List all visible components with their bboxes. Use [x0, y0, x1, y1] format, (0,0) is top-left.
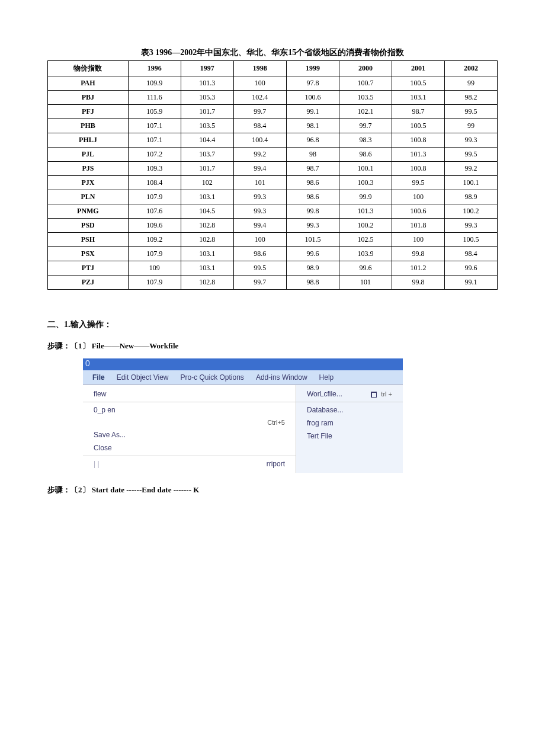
cell: 99.9 [339, 190, 392, 204]
menu-item-open[interactable]: 0_p en [83, 403, 296, 417]
eviews-menu-screenshot: 0 File Edit Object View Pro-c Quick Opti… [83, 358, 403, 473]
col-header: 1999 [286, 61, 339, 76]
cell: 104.4 [181, 133, 233, 148]
submenu-item-program[interactable]: frog ram [296, 417, 403, 430]
cell: 99.8 [286, 204, 339, 219]
cell: 100.3 [339, 176, 392, 190]
table-row: PLN107.9103.199.398.699.910098.9 [48, 190, 498, 204]
cell: 99.3 [233, 190, 286, 204]
cell: 107.1 [128, 119, 181, 133]
step-prefix: 步骤：〔2〕 [47, 485, 90, 494]
step-text: Start date ------End date ------- K [92, 485, 200, 494]
cell: 103.1 [181, 190, 233, 204]
cell: 102 [181, 176, 233, 190]
cell: 99 [444, 119, 497, 133]
step-text: File——New——Workfile [92, 341, 179, 350]
vertical-bars-icon: | | [94, 460, 100, 468]
cell: 100.6 [286, 91, 339, 105]
cell: 100.5 [392, 119, 444, 133]
window-titlebar: 0 [83, 358, 403, 370]
menu-file[interactable]: File [88, 373, 110, 382]
menu-item-shortcut[interactable]: Ctrl+5 [83, 417, 296, 428]
col-header: 1998 [233, 61, 286, 76]
section-heading: 二、1.输入操作： [47, 319, 498, 330]
cell: 99.7 [339, 119, 392, 133]
table-row: PAH109.9101.310097.8100.7100.599 [48, 76, 498, 91]
menu-item-label: Tert File [307, 432, 332, 440]
cell: 98.9 [286, 261, 339, 276]
cell: 96.8 [286, 133, 339, 148]
menu-item-close[interactable]: Close [83, 441, 296, 456]
row-label: PBJ [48, 91, 129, 105]
cell: 107.6 [128, 204, 181, 219]
cell: 99.1 [286, 105, 339, 119]
cell: 104.5 [181, 204, 233, 219]
menu-item-import[interactable]: | | rriport [83, 457, 296, 470]
table-row: PZJ107.9102.899.798.810199.899.1 [48, 276, 498, 290]
menu-proc-quick-options[interactable]: Pro-c Quick Options [176, 373, 249, 382]
table-row: PSH109.2102.8100101.5102.5100100.5 [48, 233, 498, 247]
new-submenu: WorLcfile... trl + Database... frog ram … [296, 385, 403, 473]
cell: 99.7 [233, 105, 286, 119]
cell: 103.1 [181, 261, 233, 276]
cell: 107.9 [128, 276, 181, 290]
step-1: 步骤：〔1〕 File——New——Workfile [47, 341, 498, 351]
menu-shortcut: Ctrl+5 [267, 419, 285, 426]
table-row: PSX107.9103.198.699.6103.999.898.4 [48, 247, 498, 261]
submenu-item-workfile[interactable]: WorLcfile... trl + [296, 387, 403, 402]
cell: 103.1 [392, 91, 444, 105]
row-label: PTJ [48, 261, 129, 276]
cell: 109.2 [128, 233, 181, 247]
cell: 100.2 [444, 204, 497, 219]
cell: 100 [392, 190, 444, 204]
menu-help[interactable]: Help [315, 373, 339, 382]
submenu-item-database[interactable]: Database... [296, 403, 403, 417]
cell: 101.3 [181, 76, 233, 91]
cell: 103.5 [339, 91, 392, 105]
cell: 105.9 [128, 105, 181, 119]
cell: 101 [233, 176, 286, 190]
menu-shortcut: trl + [381, 390, 392, 398]
menu-item-new[interactable]: flew [83, 387, 296, 402]
col-header: 物价指数 [48, 61, 129, 76]
cell: 99.1 [444, 276, 497, 290]
cell: 100 [233, 76, 286, 91]
menu-edit-object-view[interactable]: Edit Object View [112, 373, 174, 382]
cell: 97.8 [286, 76, 339, 91]
cell: 101.5 [286, 233, 339, 247]
cell: 101.3 [392, 148, 444, 162]
menu-item-label: flew [94, 390, 106, 398]
submenu-item-textfile[interactable]: Tert File [296, 430, 403, 443]
cell: 100.1 [339, 162, 392, 176]
cell: 109 [128, 261, 181, 276]
cell: 102.8 [181, 276, 233, 290]
cell: 100.4 [233, 133, 286, 148]
cell: 102.8 [181, 219, 233, 233]
row-label: PLN [48, 190, 129, 204]
cell: 107.9 [128, 190, 181, 204]
menu-addins-window[interactable]: Add-ins Window [251, 373, 312, 382]
menu-item-label: Close [94, 444, 112, 452]
col-header: 1996 [128, 61, 181, 76]
cell: 98.6 [286, 190, 339, 204]
file-menu-dropdown: flew 0_p en Ctrl+5 Save As... Close | | … [83, 385, 296, 473]
cell: 109.6 [128, 219, 181, 233]
cell: 107.9 [128, 247, 181, 261]
cell: 103.7 [181, 148, 233, 162]
menu-item-save-as[interactable]: Save As... [83, 428, 296, 441]
cell: 100.2 [339, 219, 392, 233]
cell: 99.5 [444, 105, 497, 119]
row-label: PSX [48, 247, 129, 261]
cell: 99.6 [286, 247, 339, 261]
row-label: PHB [48, 119, 129, 133]
cell: 103.1 [181, 247, 233, 261]
cell: 100.7 [339, 76, 392, 91]
cell: 99.8 [392, 276, 444, 290]
cell: 99.2 [444, 162, 497, 176]
cell: 100.1 [444, 176, 497, 190]
menu-item-label: 0_p en [94, 406, 116, 414]
row-label: PNMG [48, 204, 129, 219]
cell: 98.6 [233, 247, 286, 261]
cell: 101.3 [339, 204, 392, 219]
cell: 99.6 [339, 261, 392, 276]
